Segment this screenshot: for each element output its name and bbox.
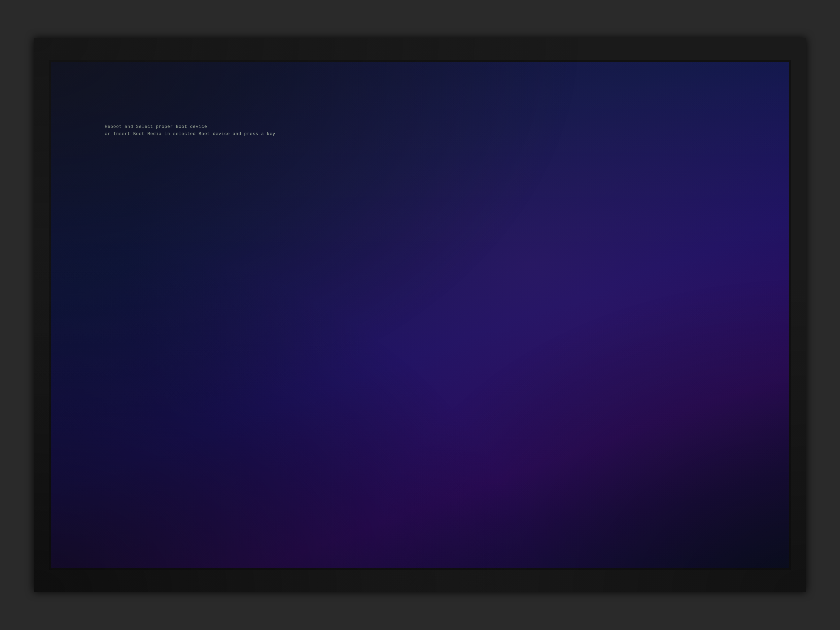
error-line-2: or Insert Boot Media in selected Boot de… — [105, 131, 275, 137]
photo-frame: Reboot and Select proper Boot device or … — [34, 38, 806, 592]
monitor-screen: Reboot and Select proper Boot device or … — [49, 60, 791, 570]
error-text-block: Reboot and Select proper Boot device or … — [105, 123, 275, 137]
error-line-1: Reboot and Select proper Boot device — [105, 123, 275, 130]
